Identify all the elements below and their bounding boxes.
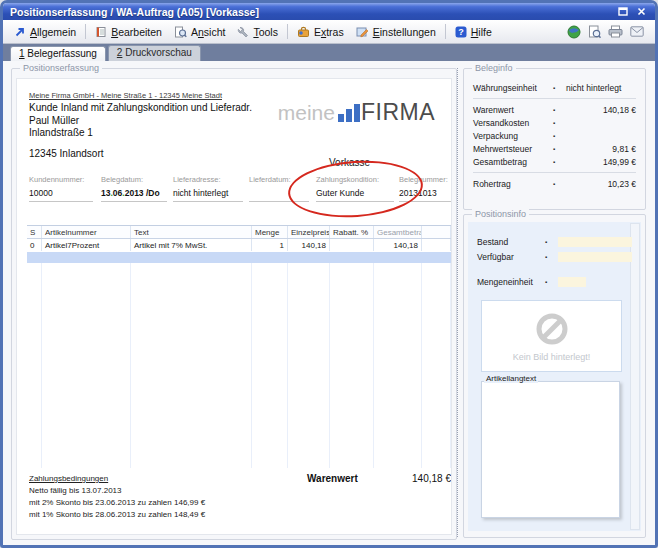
menu-einstellungen-label: Einstellungen <box>373 26 436 38</box>
col-header-menge[interactable]: Menge <box>252 226 288 238</box>
bestand-value-box <box>558 237 632 247</box>
artikellangtext-textarea[interactable] <box>481 381 620 518</box>
equals-bullet-icon: ▪ <box>553 181 566 187</box>
field-kundennummer[interactable]: Kundennummer: 10000 <box>29 175 93 202</box>
table-grid-extension <box>27 263 451 468</box>
page-magnifier-icon <box>174 26 187 38</box>
globe-icon[interactable] <box>567 25 581 39</box>
positionsinfo-row-bestand: Bestand ▪ <box>468 236 632 248</box>
arrow-up-right-icon <box>14 26 26 38</box>
beleginfo-row-mehrwertsteuer: Mehrwertsteuer ▪ 9,81 € <box>464 142 645 155</box>
maximize-icon <box>618 7 628 16</box>
equals-bullet-icon: ▪ <box>553 85 566 91</box>
recipient-street: Inlandstraße 1 <box>29 127 93 138</box>
col-header-rabatt[interactable]: Rabatt. % <box>330 226 374 238</box>
wrench-icon <box>237 26 249 38</box>
beleginfo-row-warenwert: Warenwert ▪ 140,18 € <box>464 103 645 116</box>
beleginfo-row-rohertrag: Rohertrag ▪ 10,23 € <box>464 177 645 190</box>
no-image-icon <box>534 311 570 347</box>
tab-druckvorschau[interactable]: 2 Druckvorschau <box>108 45 201 61</box>
table-row[interactable]: 0 Artikel7Prozent Artikel mit 7% MwSt. 1… <box>27 239 451 251</box>
equals-bullet-icon: ▪ <box>553 133 566 139</box>
field-lieferadresse[interactable]: Lieferadresse: nicht hinterlegt <box>173 175 243 202</box>
logo-bar-chart-icon <box>338 104 360 122</box>
col-header-artikelnummer[interactable]: Artikelnummer <box>42 226 131 238</box>
app-window: Positionserfassung / WA-Auftrag (A05) [V… <box>0 0 658 548</box>
col-header-s[interactable]: S <box>27 226 42 238</box>
menu-extras[interactable]: Extras <box>291 24 350 40</box>
beleginfo-row-versandkosten: Versandkosten ▪ <box>464 116 645 129</box>
email-icon[interactable] <box>630 26 644 37</box>
menu-hilfe-label: Hilfe <box>471 26 492 38</box>
cell-rabatt <box>330 239 374 251</box>
equals-bullet-icon: ▪ <box>553 146 566 152</box>
menu-allgemein-label: Allgemein <box>30 26 76 38</box>
document-preview: Meine Firma GmbH - Meine Straße 1 - 1234… <box>16 78 452 535</box>
menu-ansicht-label: Ansicht <box>191 26 225 38</box>
positionserfassung-group-label: Positionserfassung <box>20 63 102 73</box>
logo-word-firma: FIRMA <box>361 103 435 122</box>
field-belegdatum[interactable]: Belegdatum: 13.06.2013 /Do <box>101 175 167 202</box>
beleginfo-row-waehrungseinheit: Währungseinheit ▪ nicht hinterlegt <box>464 81 645 94</box>
total-label: Warenwert <box>307 473 358 484</box>
col-header-einzelpreis[interactable]: Einzelpreis <box>288 226 330 238</box>
menu-bearbeiten[interactable]: Bearbeiten <box>89 24 168 40</box>
recipient-contact: Paul Müller <box>29 115 79 126</box>
positionsinfo-scrollbar[interactable] <box>630 223 640 530</box>
payment-line: mit 2% Skonto bis 23.06.2013 zu zahlen 1… <box>29 497 205 509</box>
payment-terms-title: Zahlungsbedingungen <box>29 473 205 485</box>
cell-filler <box>422 239 451 251</box>
artikellangtext-label: Artikellangtext <box>484 374 538 383</box>
menu-tools-label: Tools <box>253 26 278 38</box>
window-close-button[interactable] <box>634 6 648 18</box>
window-maximize-button[interactable] <box>616 6 630 18</box>
total-value: 140,18 € <box>412 473 451 484</box>
beleginfo-rows: Währungseinheit ▪ nicht hinterlegt Waren… <box>464 69 645 209</box>
selected-empty-row[interactable] <box>27 252 451 263</box>
equals-bullet-icon: ▪ <box>553 120 566 126</box>
col-header-gesamtbetrag[interactable]: Gesamtbetrag <box>374 226 422 238</box>
tab-strip: 1 Belegerfassung 2 Druckvorschau <box>3 44 655 61</box>
payment-line: mit 1% Skonto bis 28.06.2013 zu zahlen 1… <box>29 509 205 521</box>
toolbox-icon <box>297 26 310 38</box>
menu-hilfe[interactable]: ? Hilfe <box>449 24 498 40</box>
menu-separator <box>85 24 86 39</box>
menu-tools[interactable]: Tools <box>231 24 284 40</box>
equals-bullet-icon: ▪ <box>545 239 558 245</box>
menu-bar: Allgemein Bearbeiten Ansicht <box>3 20 655 44</box>
equals-bullet-icon: ▪ <box>553 107 566 113</box>
menu-allgemein[interactable]: Allgemein <box>8 24 82 40</box>
menu-bearbeiten-label: Bearbeiten <box>111 26 162 38</box>
belegdatum-value: 13.06.2013 /Do <box>101 188 167 198</box>
no-image-text: Kein Bild hinterlegt! <box>513 352 591 362</box>
cell-menge: 1 <box>252 239 288 251</box>
equals-bullet-icon: ▪ <box>545 254 558 260</box>
col-header-filler <box>422 226 451 238</box>
sender-line: Meine Firma GmbH - Meine Straße 1 - 1234… <box>29 91 222 100</box>
equals-bullet-icon: ▪ <box>545 279 558 285</box>
positions-table: S Artikelnummer Text Menge Einzelpreis R… <box>27 225 451 468</box>
payment-terms: Zahlungsbedingungen Netto fällig bis 13.… <box>29 473 205 521</box>
annotation-circle <box>286 156 425 221</box>
menu-einstellungen[interactable]: Einstellungen <box>350 24 442 40</box>
col-header-text[interactable]: Text <box>131 226 252 238</box>
artikellangtext-group: Artikellangtext <box>481 378 620 518</box>
window-title: Positionserfassung / WA-Auftrag (A05) [V… <box>10 6 259 18</box>
cell-artikelnummer: Artikel7Prozent <box>42 239 131 251</box>
positionsinfo-group-label: Positionsinfo <box>472 209 529 219</box>
positionsinfo-panel: Bestand ▪ Verfügbar ▪ Mengeneinheit ▪ <box>468 222 641 531</box>
recipient-name: Kunde Inland mit Zahlungskondition und L… <box>29 102 252 113</box>
logo-word-meine: meine <box>278 104 335 122</box>
cell-text: Artikel mit 7% MwSt. <box>131 239 252 251</box>
positionserfassung-group: Positionserfassung Meine Firma GmbH - Me… <box>11 68 457 540</box>
menu-ansicht[interactable]: Ansicht <box>168 24 231 40</box>
menu-separator <box>287 24 288 39</box>
positionsinfo-row-mengeneinheit: Mengeneinheit ▪ <box>468 276 586 288</box>
print-preview-icon[interactable] <box>588 25 601 39</box>
close-icon <box>637 7 646 16</box>
printer-icon[interactable] <box>608 25 623 38</box>
tab-belegerfassung[interactable]: 1 Belegerfassung <box>10 46 106 62</box>
panel-splitter[interactable] <box>457 68 458 537</box>
beleginfo-row-verpackung: Verpackung ▪ <box>464 129 645 142</box>
menu-extras-label: Extras <box>314 26 344 38</box>
